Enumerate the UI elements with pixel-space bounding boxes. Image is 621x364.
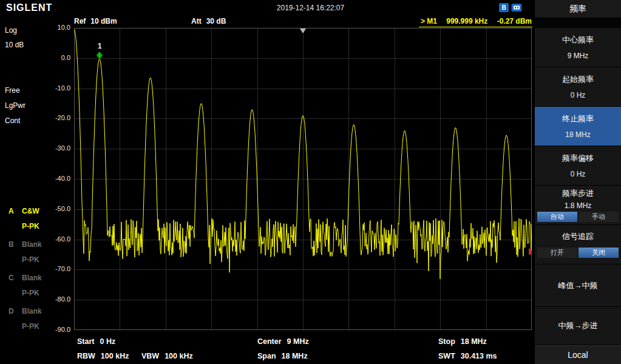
att-value: 30 dB [206,17,226,25]
menu-item-center-frequency[interactable]: 中心频率 9 MHz [535,28,621,67]
top-status-bar: SIGLENT 2019-12-14 16:22:07 B [0,0,535,16]
trace-c-mode: Blank [22,274,42,282]
datetime-display: 2019-12-14 16:22:07 [0,4,621,12]
menu-item-start-frequency[interactable]: 起始频率 0 Hz [535,67,621,107]
ref-label: Ref [74,17,86,25]
y-axis-tick-label: -20.0 [45,114,70,121]
y-axis-tick-label: -90.0 [45,326,70,333]
trace-a-mode: C&W [22,207,39,215]
spectrum-analyzer-screen: SIGLENT 2019-12-14 16:22:07 B Ref10 dBm … [0,0,621,364]
auto-toggle-option[interactable]: 自动 [537,212,577,222]
vbw-readout: VBW100 kHz [141,352,193,360]
attenuation-readout: Att30 dB [191,17,226,25]
trace-b-id: B [8,240,22,249]
y-axis-tick-label: -60.0 [45,235,70,243]
y-axis-tick-label: -40.0 [45,175,70,182]
trace-c-id: C [8,274,22,282]
frequency-step-mode-toggle: 自动 手动 [535,212,621,222]
span-readout: Span18 MHz [257,352,308,360]
y-axis-tick-label: -30.0 [45,144,70,152]
trigger-mode-label: Free [5,86,20,95]
menu-item-peak-to-center[interactable]: 峰值→中频 [535,265,621,307]
manual-toggle-option[interactable]: 手动 [579,212,619,222]
y-axis-tick-label: -50.0 [45,205,70,212]
marker-frequency: 999.999 kHz [446,17,487,25]
scale-per-div-label: 10 dB [5,41,24,49]
y-axis-tick-label: -80.0 [45,295,70,303]
y-axis-tick-label: -10.0 [45,84,70,92]
sweep-mode-label: Cont [5,116,20,125]
local-button[interactable]: Local [535,345,621,364]
softkey-menu-panel: 频率 中心频率 9 MHz 起始频率 0 Hz 终止频率 18 MHz 频率偏移… [535,0,621,364]
y-axis-tick-label: 0.0 [45,54,70,61]
y-axis-tick-label: -70.0 [45,265,70,272]
marker-readout-underline [419,27,532,27]
trace-b-mode: Blank [22,240,42,249]
trace-d-id: D [8,307,22,315]
ref-value: 10 dBm [90,17,117,25]
ref-level-readout: Ref10 dBm [74,17,117,25]
menu-title-frequency: 频率 [535,0,621,18]
trace-d-mode: Blank [22,307,42,315]
trace-a-id: A [8,207,22,215]
center-frequency-readout: Center9 MHz [257,337,309,346]
menu-item-signal-track[interactable]: 信号追踪 打开 关闭 [535,225,621,265]
marker-readout: > M1 999.999 kHz -0.27 dBm [413,17,532,25]
spectrum-display-canvas[interactable] [74,28,532,330]
start-frequency-readout: Start0 Hz [77,337,115,346]
preamp-state-label: LgPwr [5,101,25,110]
rbw-readout: RBW100 kHz [77,352,129,360]
off-toggle-option[interactable]: 关闭 [579,248,619,258]
signal-track-toggle: 打开 关闭 [535,248,621,258]
marker-id: > M1 [421,17,437,25]
menu-item-stop-frequency[interactable]: 终止频率 18 MHz [535,107,621,146]
menu-item-frequency-offset[interactable]: 频率偏移 0 Hz [535,146,621,186]
sweep-time-readout: SWT30.413 ms [438,352,497,360]
amplitude-scale-type-label: Log [5,26,17,35]
b-status-icon: B [499,3,509,12]
att-label: Att [191,17,202,25]
y-axis-labels: 10.00.0-10.0-20.0-30.0-40.0-50.0-60.0-70… [45,28,72,330]
marker-amplitude: -0.27 dBm [497,17,532,25]
usb-icon [511,3,522,15]
menu-item-center-to-step[interactable]: 中频→步进 [535,307,621,345]
menu-gap [535,18,621,28]
stop-frequency-readout: Stop18 MHz [438,337,487,346]
menu-item-frequency-step[interactable]: 频率步进 1.8 MHz 自动 手动 [535,186,621,225]
on-toggle-option[interactable]: 打开 [537,248,577,258]
y-axis-tick-label: 10.0 [45,24,70,31]
